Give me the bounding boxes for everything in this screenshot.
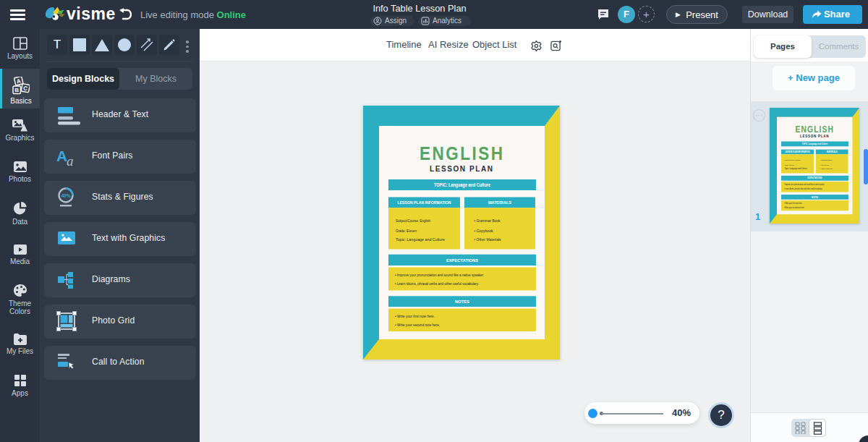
svg-text:C: C bbox=[22, 85, 28, 92]
svg-text:A: A bbox=[16, 77, 22, 85]
svg-text:a: a bbox=[67, 153, 74, 168]
svg-text:B: B bbox=[14, 87, 19, 93]
svg-text:40%: 40% bbox=[61, 193, 70, 198]
svg-text:A: A bbox=[56, 148, 67, 164]
